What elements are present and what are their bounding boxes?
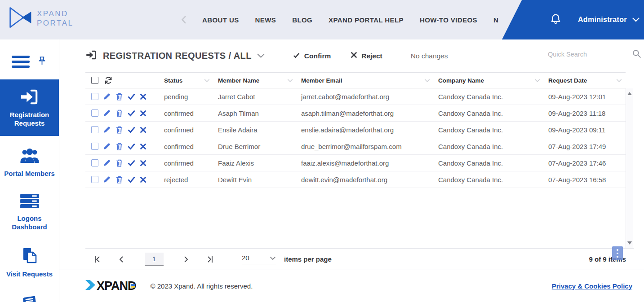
confirm-check-icon[interactable] [128, 176, 135, 183]
delete-trash-icon[interactable] [115, 159, 123, 167]
edit-pencil-icon[interactable] [103, 142, 111, 150]
top-nav: ABOUT US NEWS BLOG XPAND PORTAL HELP HOW… [181, 0, 520, 39]
confirm-check-icon[interactable] [128, 93, 135, 100]
confirm-button[interactable]: Confirm [293, 52, 331, 60]
nav-item-truncated[interactable]: N [493, 16, 498, 24]
row-checkbox[interactable] [91, 176, 98, 183]
server-stack-icon [19, 193, 40, 211]
column-header-company-name[interactable]: Company Name [438, 77, 484, 84]
reject-x-icon[interactable] [140, 93, 147, 100]
items-per-page-label: items per page [284, 255, 332, 263]
user-menu[interactable]: Administrator [578, 16, 627, 24]
row-request-date: 09-Aug-2023 11:18 [544, 109, 626, 117]
reject-x-icon[interactable] [140, 160, 147, 166]
column-header-status[interactable]: Status [164, 77, 182, 84]
row-company-name: Candoxy Canada Inc. [434, 126, 544, 134]
row-checkbox[interactable] [91, 109, 98, 117]
filter-chevron-icon[interactable] [534, 77, 540, 84]
edit-pencil-icon[interactable] [103, 92, 111, 101]
sidebar-item-portal-members[interactable]: Portal Members [0, 141, 59, 184]
edit-pencil-icon[interactable] [103, 159, 111, 167]
reject-x-icon[interactable] [140, 127, 147, 133]
filter-chevron-icon[interactable] [287, 77, 293, 84]
delete-trash-icon[interactable] [115, 92, 123, 101]
privacy-policy-link[interactable]: Privacy & Cookies Policy [552, 282, 632, 290]
brand-logo[interactable]: XPAND PORTAL [9, 6, 73, 31]
sidebar-item-visit-requests[interactable]: Visit Requests [0, 241, 59, 284]
brand-name: XPAND PORTAL [37, 9, 73, 28]
last-page-button[interactable] [206, 255, 215, 264]
pin-icon[interactable] [37, 56, 47, 68]
row-member-name: Asaph Tilman [213, 109, 297, 117]
reject-button[interactable]: Reject [351, 52, 382, 60]
scroll-up-icon[interactable] [627, 92, 632, 95]
user-chevron-down-icon[interactable] [632, 18, 640, 22]
reject-x-icon[interactable] [140, 176, 147, 183]
scroll-down-icon[interactable] [627, 241, 632, 245]
edit-pencil-icon[interactable] [103, 109, 111, 117]
confirm-check-icon[interactable] [128, 143, 135, 150]
footer-logo-text: XPAND [97, 279, 136, 293]
delete-trash-icon[interactable] [115, 126, 123, 134]
app-window: XPAND PORTAL ABOUT US NEWS BLOG XPAND PO… [0, 0, 644, 302]
kebab-menu-button[interactable] [612, 246, 623, 260]
sign-in-icon [19, 88, 40, 107]
reject-x-icon[interactable] [140, 110, 147, 117]
row-status: confirmed [160, 159, 213, 167]
confirm-check-icon[interactable] [128, 110, 135, 117]
row-company-name: Candoxy Canada Inc. [434, 143, 544, 150]
nav-item-how-to-videos[interactable]: HOW-TO VIDEOS [420, 16, 477, 24]
quick-search-input[interactable] [548, 51, 632, 58]
current-page-indicator[interactable]: 1 [145, 253, 164, 266]
footer-xpand-logo: XPAND [85, 278, 136, 293]
filter-chevron-icon[interactable] [616, 77, 622, 84]
table-row: pending Jarret Cabot jarret.cabot@madefo… [85, 88, 626, 105]
nav-item-about-us[interactable]: ABOUT US [202, 16, 239, 24]
column-header-member-email[interactable]: Member Email [301, 77, 342, 84]
next-page-button[interactable] [182, 255, 191, 264]
confirm-check-icon[interactable] [128, 127, 135, 133]
nav-item-news[interactable]: NEWS [255, 16, 276, 24]
confirm-check-icon[interactable] [128, 160, 135, 166]
page-size-select[interactable]: 20 [242, 254, 276, 264]
select-all-checkbox[interactable] [91, 77, 98, 84]
nav-prev-icon[interactable] [181, 16, 186, 24]
edit-pencil-icon[interactable] [103, 126, 111, 134]
refresh-icon[interactable] [104, 76, 113, 85]
edit-pencil-icon[interactable] [103, 175, 111, 184]
vertical-scrollbar[interactable] [626, 88, 633, 248]
column-header-member-name[interactable]: Member Name [218, 77, 259, 84]
first-page-button[interactable] [93, 255, 102, 264]
row-checkbox[interactable] [91, 126, 98, 133]
row-company-name: Candoxy Canada Inc. [434, 176, 544, 184]
delete-trash-icon[interactable] [115, 142, 123, 151]
row-request-date: 07-Aug-2023 17:46 [544, 159, 626, 167]
delete-trash-icon[interactable] [115, 175, 123, 184]
sidebar: Registration Requests Portal Members [0, 39, 59, 302]
nav-item-blog[interactable]: BLOG [292, 16, 312, 24]
sidebar-item-consent-logs[interactable]: Consent Logs [0, 288, 59, 302]
previous-page-button[interactable] [117, 255, 126, 264]
view-selector[interactable]: REGISTRATION REQUESTS / ALL [85, 50, 265, 62]
filter-chevron-icon[interactable] [424, 77, 430, 84]
sidebar-item-registration-requests[interactable]: Registration Requests [0, 79, 59, 136]
delete-trash-icon[interactable] [115, 109, 123, 118]
row-member-name: Jarret Cabot [213, 93, 297, 101]
title-chevron-down-icon[interactable] [257, 52, 265, 60]
row-checkbox[interactable] [91, 93, 98, 100]
search-icon[interactable] [632, 49, 641, 60]
column-header-request-date[interactable]: Request Date [548, 77, 587, 84]
reject-x-icon [351, 52, 357, 60]
filter-chevron-icon[interactable] [204, 77, 210, 84]
changes-status: No changes [411, 52, 448, 60]
notification-bell-icon[interactable] [550, 13, 562, 27]
reject-x-icon[interactable] [140, 143, 147, 150]
nav-item-portal-help[interactable]: XPAND PORTAL HELP [329, 16, 404, 24]
row-status: pending [160, 93, 213, 101]
table-row: rejected Dewitt Evin dewitt.evin@madefor… [85, 171, 626, 188]
sidebar-item-logons-dashboard[interactable]: Logons Dashboard [0, 187, 59, 237]
menu-hamburger-icon[interactable] [12, 56, 30, 68]
row-checkbox[interactable] [91, 159, 98, 166]
people-icon [19, 148, 40, 166]
row-checkbox[interactable] [91, 143, 98, 150]
